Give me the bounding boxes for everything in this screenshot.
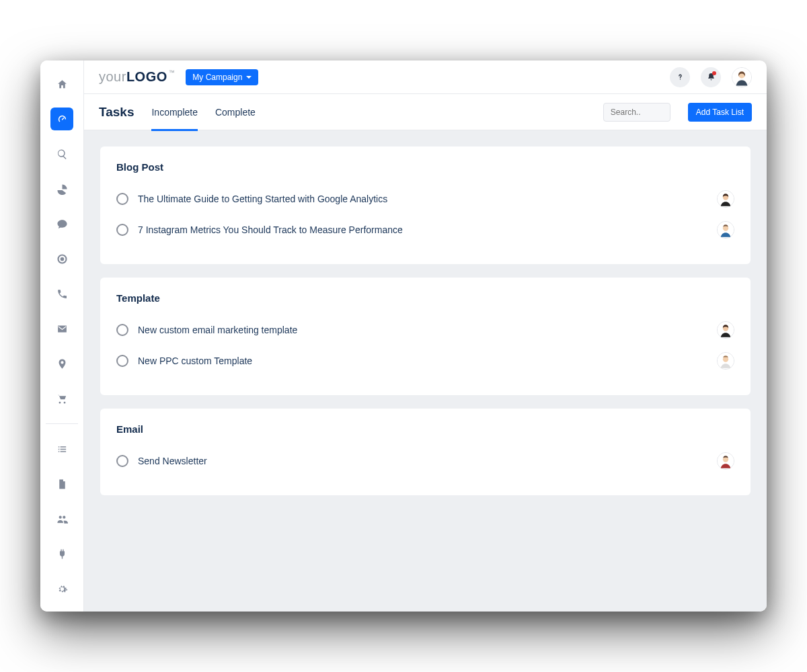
- app-frame: yourLOGO™ My Campaign Tasks Incomplete C…: [40, 60, 767, 612]
- nav-plug[interactable]: [50, 542, 73, 565]
- file-icon: [56, 478, 68, 490]
- nav-location[interactable]: [50, 352, 73, 375]
- nav-target[interactable]: [50, 247, 73, 270]
- nav-settings[interactable]: [50, 577, 73, 600]
- chevron-down-icon: [246, 76, 252, 79]
- page-title: Tasks: [99, 105, 134, 120]
- nav-home[interactable]: [50, 73, 73, 95]
- task-label[interactable]: Send Newsletter: [138, 456, 707, 466]
- nav-cart[interactable]: [50, 387, 73, 410]
- logo-part1: your: [99, 69, 126, 84]
- nav-tasks[interactable]: [50, 437, 73, 460]
- phone-icon: [56, 288, 68, 300]
- gear-icon: [56, 583, 68, 595]
- notifications-button[interactable]: [701, 67, 721, 87]
- task-checkbox[interactable]: [116, 324, 128, 336]
- task-checkbox[interactable]: [116, 355, 128, 367]
- plug-icon: [56, 548, 68, 560]
- topbar: yourLOGO™ My Campaign: [84, 60, 767, 94]
- location-icon: [56, 358, 68, 370]
- user-avatar[interactable]: [732, 67, 752, 87]
- task-label[interactable]: The Ultimate Guide to Getting Started wi…: [138, 194, 707, 204]
- logo: yourLOGO™: [99, 69, 175, 85]
- avatar-icon: [718, 353, 734, 369]
- list-title: Email: [116, 423, 734, 435]
- task-row: The Ultimate Guide to Getting Started wi…: [116, 183, 734, 214]
- task-checkbox[interactable]: [116, 455, 128, 467]
- list-title: Template: [116, 292, 734, 304]
- avatar-icon: [718, 222, 734, 238]
- dashboard-icon: [56, 114, 68, 125]
- nav-file[interactable]: [50, 472, 73, 495]
- task-row: New custom email marketing template: [116, 314, 734, 345]
- nav-chat[interactable]: [50, 212, 73, 235]
- tab-complete[interactable]: Complete: [215, 94, 256, 130]
- task-row: Send Newsletter: [116, 446, 734, 476]
- nav-phone[interactable]: [50, 282, 73, 305]
- mail-icon: [56, 323, 68, 335]
- cart-icon: [56, 393, 68, 405]
- task-label[interactable]: 7 Instagram Metrics You Should Track to …: [138, 224, 707, 235]
- nav-mail[interactable]: [50, 317, 73, 340]
- task-list-template: Template New custom email marketing temp…: [100, 278, 751, 395]
- list-title: Blog Post: [116, 161, 734, 173]
- sidebar: [40, 60, 83, 612]
- task-checkbox[interactable]: [116, 224, 128, 236]
- add-task-list-button[interactable]: Add Task List: [688, 103, 752, 122]
- nav-divider: [46, 423, 78, 424]
- question-icon: [676, 73, 685, 81]
- subheader: Tasks Incomplete Complete Add Task List: [84, 94, 767, 130]
- task-label[interactable]: New PPC custom Template: [138, 355, 707, 366]
- avatar-icon: [718, 453, 734, 469]
- search-input[interactable]: [603, 103, 670, 122]
- nav-analytics[interactable]: [50, 177, 73, 200]
- task-row: 7 Instagram Metrics You Should Track to …: [116, 214, 734, 245]
- main: yourLOGO™ My Campaign Tasks Incomplete C…: [83, 60, 767, 612]
- list-icon: [56, 444, 68, 455]
- nav-dashboard[interactable]: [50, 108, 73, 130]
- avatar-icon: [718, 191, 734, 207]
- task-assignee-avatar[interactable]: [717, 221, 734, 239]
- task-list-blog-post: Blog Post The Ultimate Guide to Getting …: [100, 146, 751, 264]
- logo-part2: LOGO: [126, 69, 167, 84]
- home-icon: [56, 79, 68, 90]
- avatar-icon: [718, 322, 734, 338]
- chat-icon: [56, 218, 68, 230]
- pie-chart-icon: [56, 183, 68, 195]
- campaign-label: My Campaign: [192, 73, 242, 82]
- tab-incomplete[interactable]: Incomplete: [151, 94, 197, 130]
- task-assignee-avatar[interactable]: [717, 452, 734, 470]
- avatar-icon: [732, 68, 751, 87]
- task-assignee-avatar[interactable]: [717, 190, 734, 208]
- users-icon: [56, 513, 68, 525]
- search-icon: [56, 149, 68, 160]
- campaign-dropdown[interactable]: My Campaign: [186, 69, 258, 85]
- task-row: New PPC custom Template: [116, 345, 734, 376]
- logo-tm: ™: [169, 69, 176, 76]
- task-assignee-avatar[interactable]: [717, 321, 734, 339]
- nav-search[interactable]: [50, 142, 73, 165]
- task-list-email: Email Send Newsletter: [100, 409, 751, 495]
- content: Blog Post The Ultimate Guide to Getting …: [84, 130, 767, 612]
- help-button[interactable]: [670, 67, 690, 87]
- nav-users[interactable]: [50, 507, 73, 530]
- task-label[interactable]: New custom email marketing template: [138, 325, 707, 335]
- target-icon: [56, 253, 68, 265]
- task-assignee-avatar[interactable]: [717, 352, 734, 370]
- notification-dot: [712, 71, 716, 75]
- task-checkbox[interactable]: [116, 193, 128, 205]
